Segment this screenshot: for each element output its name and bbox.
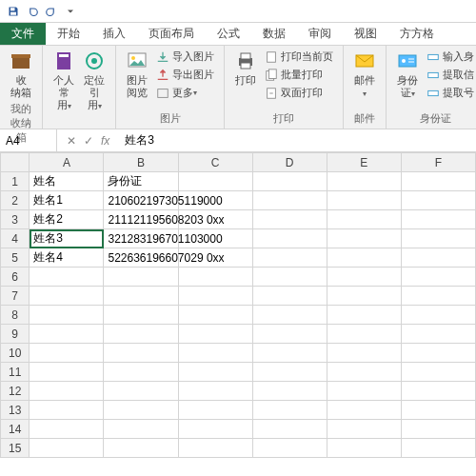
print-button[interactable]: 打印 bbox=[230, 48, 261, 89]
input-id-button[interactable]: 输入身 bbox=[426, 48, 474, 66]
col-header[interactable]: E bbox=[327, 153, 401, 172]
cell[interactable] bbox=[30, 268, 104, 287]
cell[interactable] bbox=[252, 210, 327, 229]
cell[interactable] bbox=[401, 344, 475, 363]
cell[interactable]: 姓名3 bbox=[30, 229, 104, 248]
more-image-button[interactable]: 更多▾ bbox=[156, 84, 214, 102]
row-header[interactable]: 10 bbox=[1, 344, 30, 363]
col-header[interactable]: B bbox=[104, 153, 178, 172]
cell[interactable] bbox=[401, 401, 475, 420]
cell[interactable] bbox=[104, 287, 178, 306]
tab-layout[interactable]: 页面布局 bbox=[137, 23, 206, 45]
cell[interactable]: 321283196701103000 bbox=[104, 229, 178, 248]
cell[interactable] bbox=[401, 325, 475, 344]
cell[interactable] bbox=[401, 229, 475, 248]
cell[interactable] bbox=[178, 325, 252, 344]
duplex-print-button[interactable]: 双面打印 bbox=[265, 84, 333, 102]
personal-button[interactable]: 个人常 用▾ bbox=[49, 48, 79, 114]
cell[interactable] bbox=[178, 401, 252, 420]
cell[interactable] bbox=[401, 210, 475, 229]
tab-home[interactable]: 开始 bbox=[46, 23, 91, 45]
cell[interactable] bbox=[252, 439, 327, 458]
cell[interactable] bbox=[252, 420, 327, 439]
cell[interactable] bbox=[327, 401, 401, 420]
cell[interactable] bbox=[401, 287, 475, 306]
row-header[interactable]: 5 bbox=[1, 248, 30, 268]
cell[interactable] bbox=[401, 248, 475, 268]
cancel-icon[interactable]: ✕ bbox=[67, 134, 76, 148]
export-image-button[interactable]: 导出图片 bbox=[156, 66, 214, 84]
locate-button[interactable]: 定位引 用▾ bbox=[79, 48, 109, 114]
cell[interactable] bbox=[30, 382, 104, 401]
cell[interactable] bbox=[104, 382, 178, 401]
cell[interactable] bbox=[327, 306, 401, 325]
import-image-button[interactable]: 导入图片 bbox=[156, 48, 214, 66]
col-header[interactable]: D bbox=[252, 153, 327, 172]
cell[interactable] bbox=[104, 306, 178, 325]
cell[interactable] bbox=[178, 439, 252, 458]
row-header[interactable]: 8 bbox=[1, 306, 30, 325]
cell[interactable] bbox=[104, 439, 178, 458]
col-header[interactable]: A bbox=[30, 153, 104, 172]
cell[interactable] bbox=[327, 172, 401, 191]
storage-button[interactable]: 收 纳箱 bbox=[6, 48, 36, 101]
select-all-corner[interactable] bbox=[1, 153, 30, 172]
cell[interactable] bbox=[104, 363, 178, 382]
cell[interactable] bbox=[327, 439, 401, 458]
tab-review[interactable]: 审阅 bbox=[297, 23, 343, 45]
cell[interactable] bbox=[327, 325, 401, 344]
cell[interactable] bbox=[178, 344, 252, 363]
cell[interactable] bbox=[401, 382, 475, 401]
cell[interactable]: 身份证 bbox=[104, 172, 178, 191]
cell[interactable] bbox=[178, 268, 252, 287]
cell[interactable] bbox=[178, 420, 252, 439]
row-header[interactable]: 13 bbox=[1, 401, 30, 420]
cell[interactable] bbox=[104, 325, 178, 344]
spreadsheet-grid[interactable]: A B C D E F 1姓名身份证2姓名1210602197305119000… bbox=[0, 152, 476, 458]
cell[interactable] bbox=[401, 172, 475, 191]
row-header[interactable]: 6 bbox=[1, 268, 30, 287]
batch-print-button[interactable]: 批量打印 bbox=[265, 66, 333, 84]
cell[interactable] bbox=[30, 363, 104, 382]
row-header[interactable]: 1 bbox=[1, 172, 30, 191]
row-header[interactable]: 7 bbox=[1, 287, 30, 306]
extract-num-button[interactable]: 提取号 bbox=[426, 84, 474, 102]
cell[interactable] bbox=[178, 287, 252, 306]
row-header[interactable]: 15 bbox=[1, 439, 30, 458]
tab-file[interactable]: 文件 bbox=[0, 23, 46, 45]
tab-view[interactable]: 视图 bbox=[343, 23, 388, 45]
tab-insert[interactable]: 插入 bbox=[91, 23, 137, 45]
cell[interactable] bbox=[252, 325, 327, 344]
cell[interactable] bbox=[401, 191, 475, 210]
cell[interactable] bbox=[252, 306, 327, 325]
confirm-icon[interactable]: ✓ bbox=[84, 134, 93, 148]
print-current-button[interactable]: 打印当前页 bbox=[265, 48, 333, 66]
cell[interactable] bbox=[327, 344, 401, 363]
undo-icon[interactable] bbox=[24, 3, 41, 20]
row-header[interactable]: 11 bbox=[1, 363, 30, 382]
cell[interactable] bbox=[327, 420, 401, 439]
row-header[interactable]: 12 bbox=[1, 382, 30, 401]
save-icon[interactable] bbox=[5, 3, 22, 20]
cell[interactable] bbox=[252, 344, 327, 363]
cell[interactable] bbox=[401, 306, 475, 325]
mail-button[interactable]: 邮件▾ bbox=[349, 48, 380, 102]
cell[interactable] bbox=[30, 401, 104, 420]
row-header[interactable]: 2 bbox=[1, 191, 30, 210]
cell[interactable] bbox=[327, 229, 401, 248]
cell[interactable] bbox=[30, 306, 104, 325]
cell[interactable] bbox=[178, 172, 252, 191]
cell[interactable] bbox=[104, 268, 178, 287]
cell[interactable] bbox=[252, 363, 327, 382]
cell[interactable]: 522636196607029 0xx bbox=[104, 248, 178, 268]
cell[interactable] bbox=[252, 382, 327, 401]
row-header[interactable]: 9 bbox=[1, 325, 30, 344]
cell[interactable] bbox=[401, 439, 475, 458]
cell[interactable] bbox=[30, 420, 104, 439]
tab-data[interactable]: 数据 bbox=[251, 23, 297, 45]
cell[interactable] bbox=[30, 287, 104, 306]
cell[interactable] bbox=[178, 382, 252, 401]
cell[interactable]: 211121195608203 0xx bbox=[104, 210, 178, 229]
row-header[interactable]: 4 bbox=[1, 229, 30, 248]
cell[interactable]: 姓名1 bbox=[30, 191, 104, 210]
